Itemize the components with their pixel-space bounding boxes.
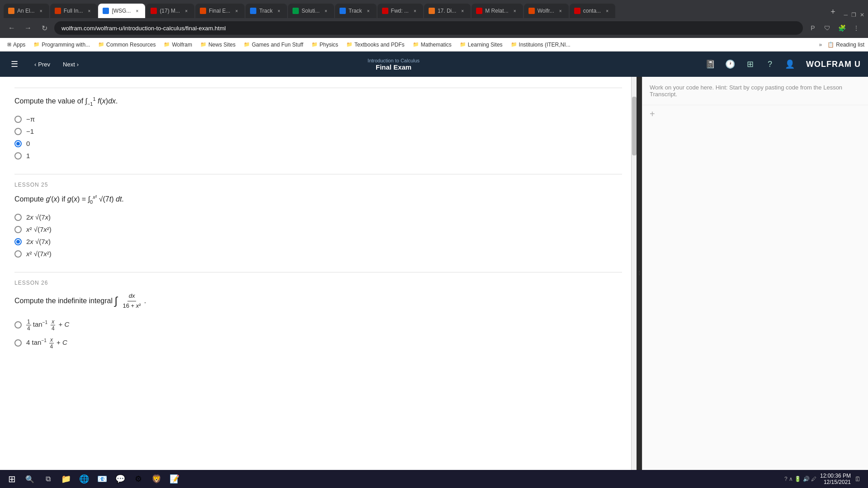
back-button[interactable]: ← (5, 22, 18, 34)
bookmark-wolfram[interactable]: 📁 Wolfram (160, 39, 195, 50)
tab-t13[interactable]: conta...× (570, 4, 615, 18)
side-panel-add-button[interactable]: + (642, 105, 868, 123)
settings-icon[interactable]: ⚙ (130, 471, 146, 487)
help-icon[interactable]: ? (763, 57, 777, 71)
l25-radio-1[interactable] (14, 214, 22, 221)
tab-favicon-t6 (250, 8, 256, 14)
l25-option-3[interactable]: 2x √(7x) (14, 238, 622, 245)
file-explorer-icon[interactable]: 📁 (58, 471, 74, 487)
tab-t8[interactable]: Track× (335, 4, 377, 18)
radio-one[interactable] (14, 152, 22, 160)
l25-radio-4[interactable] (14, 250, 22, 258)
history-icon[interactable]: 🕐 (723, 57, 737, 71)
institutions-bookmark-icon: 📁 (511, 42, 517, 47)
bookmark-mathematics[interactable]: 📁 Mathematics (409, 39, 455, 50)
tab-t5[interactable]: Final E...× (195, 4, 245, 18)
tab-close-t9[interactable]: × (411, 7, 419, 14)
task-view-button[interactable]: ⧉ (40, 471, 56, 487)
tab-close-t12[interactable]: × (557, 7, 564, 14)
tab-close-t11[interactable]: × (511, 7, 519, 14)
tab-t2[interactable]: Full In...× (50, 4, 98, 18)
l26-radio-2[interactable] (14, 339, 22, 347)
extensions-icon[interactable]: 🧩 (835, 22, 848, 34)
taskbar-clock[interactable]: 12:00:36 PM 12/15/2021 (820, 473, 851, 485)
scroll-thumb[interactable] (632, 97, 637, 156)
apps-bookmark-icon: ⊞ (7, 42, 11, 47)
teams-icon[interactable]: 💬 (112, 471, 128, 487)
tab-t11[interactable]: M Relat...× (472, 4, 523, 18)
tab-close-t3[interactable]: × (133, 7, 141, 14)
notebook-icon[interactable]: 📓 (703, 57, 717, 71)
tab-close-t5[interactable]: × (233, 7, 240, 14)
tab-close-t6[interactable]: × (275, 7, 283, 14)
bookmark-news-sites[interactable]: 📁 News Sites (197, 39, 239, 50)
profile-icon[interactable]: P (807, 22, 819, 34)
more-icon[interactable]: ⋮ (850, 22, 863, 34)
bookmark-textbooks[interactable]: 📁 Textbooks and PDFs (343, 39, 408, 50)
menu-button[interactable]: ☰ (7, 57, 22, 71)
prev-button[interactable]: ‹ Prev (29, 57, 56, 71)
panel-divider[interactable]: ··· (637, 77, 642, 470)
option-neg-pi[interactable]: −π (14, 115, 622, 123)
radio-zero[interactable] (14, 140, 22, 147)
bookmark-institutions[interactable]: 📁 Instituions (ITER,NI... (507, 39, 574, 50)
minimize-button[interactable]: ─ (844, 12, 848, 18)
chrome-icon[interactable]: 🌐 (76, 471, 92, 487)
tab-close-t13[interactable]: × (604, 7, 611, 14)
tab-close-t8[interactable]: × (365, 7, 372, 14)
word-icon[interactable]: 📝 (166, 471, 183, 487)
bookmark-programming[interactable]: 📁 Programming with... (30, 39, 94, 50)
brave-icon[interactable]: 🦁 (148, 471, 165, 487)
bookmark-apps[interactable]: ⊞ Apps (4, 39, 29, 50)
next-button[interactable]: Next › (57, 57, 84, 71)
refresh-button[interactable]: ↻ (38, 22, 51, 34)
tab-t3[interactable]: [WSG...× (98, 4, 145, 18)
notification-button[interactable]: 🗓 (854, 475, 861, 483)
main-content[interactable]: Compute the value of ∫−11 f(x)dx. −π −1 (0, 77, 637, 470)
tab-t9[interactable]: Fwd: ...× (377, 4, 423, 18)
bookmark-common[interactable]: 📁 Common Resources (94, 39, 159, 50)
option-one[interactable]: 1 (14, 152, 622, 160)
tab-t7[interactable]: Soluti...× (288, 4, 334, 18)
reading-list-button[interactable]: 📋 Reading list (827, 42, 864, 48)
option-neg-one[interactable]: −1 (14, 127, 622, 135)
new-tab-button[interactable]: + (826, 5, 839, 18)
outlook-icon[interactable]: 📧 (94, 471, 110, 487)
bookmark-games[interactable]: 📁 Games and Fun Stuff (240, 39, 307, 50)
bookmark-learning[interactable]: 📁 Learning Sites (456, 39, 506, 50)
shield-icon[interactable]: 🛡 (821, 22, 834, 34)
clock-time: 12:00:36 PM (820, 473, 851, 479)
tab-close-t10[interactable]: × (459, 7, 466, 14)
l25-option-2[interactable]: x² √(7x²) (14, 225, 622, 233)
tab-close-t1[interactable]: × (38, 7, 45, 14)
tab-close-t7[interactable]: × (322, 7, 330, 14)
l25-option-1[interactable]: 2x √(7x) (14, 213, 622, 221)
search-button[interactable]: 🔍 (22, 471, 38, 487)
forward-button[interactable]: → (22, 22, 34, 34)
grid-icon[interactable]: ⊞ (743, 57, 757, 71)
l25-radio-3[interactable] (14, 238, 22, 245)
l26-radio-1[interactable] (14, 321, 22, 328)
tab-t6[interactable]: Track× (245, 4, 287, 18)
l25-option-4[interactable]: x² √(7x²) (14, 250, 622, 258)
tab-t10[interactable]: 17. Di...× (424, 4, 471, 18)
tab-t1[interactable]: An El...× (4, 4, 49, 18)
radio-neg-one[interactable] (14, 128, 22, 135)
scroll-track[interactable] (631, 77, 637, 470)
start-button[interactable]: ⊞ (4, 471, 20, 487)
bookmarks-more[interactable]: » (816, 42, 825, 48)
user-icon[interactable]: 👤 (783, 57, 797, 71)
bookmark-physics[interactable]: 📁 Physics (308, 39, 342, 50)
tab-t12[interactable]: Wolfr...× (524, 4, 569, 18)
tab-close-t4[interactable]: × (183, 7, 190, 14)
option-zero[interactable]: 0 (14, 140, 622, 147)
restore-button[interactable]: ❐ (851, 12, 856, 18)
radio-neg-pi[interactable] (14, 116, 22, 123)
tab-close-t2[interactable]: × (85, 7, 93, 14)
l25-radio-2[interactable] (14, 226, 22, 233)
l26-option-2[interactable]: 4 tan−1 x 4 + C (14, 337, 622, 350)
url-input[interactable] (54, 21, 803, 35)
l26-option-1[interactable]: 1 4 tan−1 x 4 + C (14, 318, 622, 332)
tab-t4[interactable]: (17) M...× (146, 4, 194, 18)
close-button[interactable]: ✕ (860, 12, 864, 18)
